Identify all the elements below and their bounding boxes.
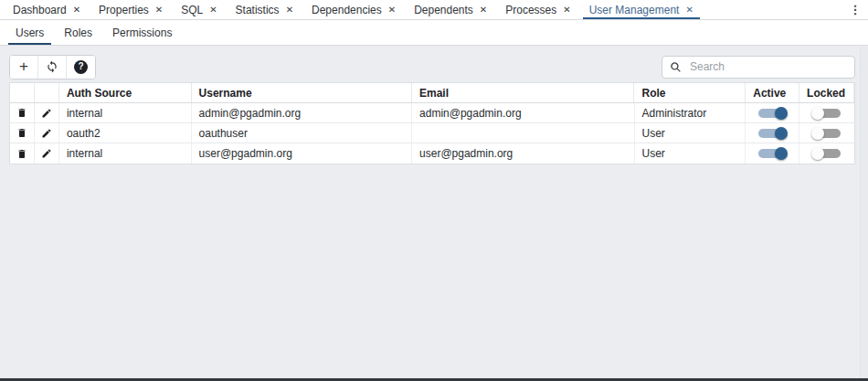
table-row: internal user@pgadmin.org user@pgadmin.o… (10, 143, 854, 164)
tab-dependencies[interactable]: Dependencies ✕ (302, 0, 405, 19)
tab-label: Dependencies (312, 4, 382, 16)
refresh-icon (46, 60, 58, 73)
tab-label: User Management (589, 4, 680, 16)
refresh-button[interactable] (38, 56, 67, 79)
header-auth-source: Auth Source (59, 83, 192, 102)
header-edit (35, 83, 59, 102)
trash-icon (16, 107, 27, 119)
username-cell: oauthuser (192, 123, 412, 143)
close-icon[interactable]: ✕ (388, 5, 396, 15)
auth-source-cell: internal (59, 103, 192, 122)
username-cell: admin@pgadmin.org (192, 103, 412, 122)
document-tabbar: Dashboard ✕ Properties ✕ SQL ✕ Statistic… (0, 0, 868, 20)
auth-source-cell: oauth2 (59, 123, 192, 143)
close-icon[interactable]: ✕ (209, 5, 217, 15)
role-cell: User (635, 123, 746, 143)
tab-label: Roles (64, 26, 92, 39)
tab-label: Properties (99, 4, 149, 16)
tab-permissions[interactable]: Permissions (102, 20, 182, 45)
delete-user-button[interactable] (16, 107, 27, 119)
header-active: Active (746, 83, 799, 102)
tab-label: Dependents (414, 4, 473, 16)
edit-user-button[interactable] (41, 108, 52, 119)
edit-user-button[interactable] (41, 148, 52, 159)
tab-label: Dashboard (13, 4, 67, 16)
add-user-button[interactable]: + (10, 56, 38, 79)
close-icon[interactable]: ✕ (563, 5, 570, 15)
search-icon (670, 61, 682, 73)
header-email: Email (412, 83, 634, 102)
tab-dashboard[interactable]: Dashboard ✕ (4, 0, 90, 19)
close-icon[interactable]: ✕ (155, 5, 163, 15)
tab-roles[interactable]: Roles (54, 20, 102, 45)
help-button[interactable]: ? (67, 56, 95, 79)
pencil-icon (41, 108, 52, 119)
active-toggle[interactable] (757, 127, 788, 140)
tab-statistics[interactable]: Statistics ✕ (227, 0, 302, 19)
header-locked: Locked (799, 83, 854, 102)
locked-toggle[interactable] (811, 107, 842, 120)
tab-dependents[interactable]: Dependents ✕ (405, 0, 496, 19)
plus-icon: + (19, 58, 28, 74)
role-cell: User (635, 143, 746, 164)
role-cell: Administrator (635, 103, 746, 122)
username-cell: user@pgadmin.org (192, 143, 412, 164)
email-cell: user@pgadmin.org (412, 143, 634, 164)
locked-toggle[interactable] (811, 147, 842, 160)
user-management-tabbar: Users Roles Permissions (0, 20, 868, 46)
delete-user-button[interactable] (16, 148, 27, 160)
pencil-icon (41, 148, 52, 159)
delete-user-button[interactable] (16, 127, 27, 139)
close-icon[interactable]: ✕ (73, 5, 80, 15)
tab-users[interactable]: Users (5, 20, 54, 45)
header-role: Role (634, 83, 746, 102)
table-row: oauth2 oauthuser User (10, 123, 854, 143)
header-username: Username (192, 83, 412, 102)
edit-user-button[interactable] (41, 128, 52, 139)
tab-properties[interactable]: Properties ✕ (90, 0, 172, 19)
close-icon[interactable]: ✕ (286, 5, 293, 15)
close-icon[interactable]: ✕ (480, 5, 487, 15)
locked-toggle[interactable] (811, 127, 842, 140)
tab-label: Statistics (236, 4, 280, 16)
pencil-icon (41, 128, 52, 139)
tab-label: Users (16, 26, 44, 39)
tab-label: Permissions (112, 26, 172, 39)
tab-label: Processes (505, 4, 556, 16)
search-box (662, 56, 855, 79)
users-toolbar: + ? (9, 55, 855, 79)
header-delete (10, 83, 35, 102)
help-icon: ? (74, 60, 88, 74)
search-input[interactable] (688, 59, 847, 74)
tab-sql[interactable]: SQL ✕ (172, 0, 226, 19)
email-cell: admin@pgadmin.org (412, 103, 634, 122)
vertical-scrollbar[interactable] (860, 47, 868, 378)
users-table: Auth Source Username Email Role Active L… (9, 82, 855, 164)
tab-processes[interactable]: Processes ✕ (496, 0, 579, 19)
active-toggle[interactable] (757, 107, 788, 120)
email-cell (412, 123, 634, 143)
table-header-row: Auth Source Username Email Role Active L… (10, 83, 854, 103)
tab-user-management[interactable]: User Management ✕ (580, 0, 703, 19)
trash-icon (16, 127, 27, 139)
kebab-menu-icon[interactable]: ⋮ (846, 1, 864, 19)
auth-source-cell: internal (59, 143, 192, 164)
toolbar-button-group: + ? (9, 55, 96, 79)
table-row: internal admin@pgadmin.org admin@pgadmin… (10, 103, 854, 123)
tab-label: SQL (181, 4, 203, 16)
close-icon[interactable]: ✕ (685, 5, 693, 15)
active-toggle[interactable] (757, 147, 788, 160)
trash-icon (16, 148, 27, 160)
